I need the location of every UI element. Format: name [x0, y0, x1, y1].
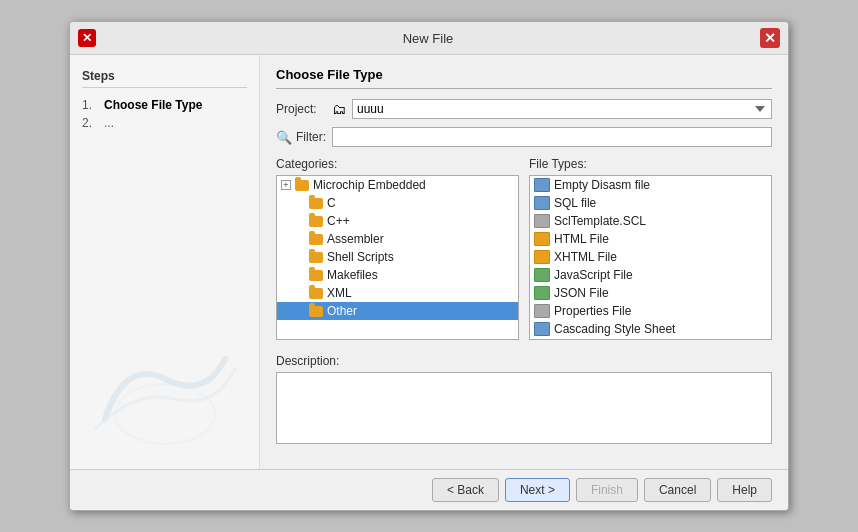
categories-tree[interactable]: +Microchip EmbeddedCC++AssemblerShell Sc… [276, 175, 519, 340]
file-type-icon [534, 322, 550, 336]
category-label: Shell Scripts [327, 250, 394, 264]
close-button[interactable]: ✕ [760, 28, 780, 48]
main-panel: Choose File Type Project: 🗂 uuuu 🔍 Filte… [260, 55, 788, 469]
filetype-item[interactable]: YAML File [530, 338, 771, 340]
filetype-label: HTML File [554, 232, 609, 246]
file-type-icon [534, 268, 550, 282]
folder-icon [295, 180, 309, 191]
filetype-label: XHTML File [554, 250, 617, 264]
categories-box: Categories: +Microchip EmbeddedCC++Assem… [276, 157, 519, 344]
project-label: Project: [276, 102, 326, 116]
category-item[interactable]: Other [277, 302, 518, 320]
file-type-icon [534, 250, 550, 264]
category-label: XML [327, 286, 352, 300]
back-button[interactable]: < Back [432, 478, 499, 502]
title-bar: ✕ New File ✕ [70, 22, 788, 55]
folder-icon [309, 252, 323, 263]
svg-point-0 [115, 384, 215, 444]
watermark-svg [85, 339, 245, 459]
description-label: Description: [276, 354, 772, 368]
title-bar-left: ✕ [78, 29, 96, 47]
folder-icon [309, 306, 323, 317]
category-label: C [327, 196, 336, 210]
category-label: Other [327, 304, 357, 318]
filetype-item[interactable]: JSON File [530, 284, 771, 302]
file-type-icon [534, 196, 550, 210]
folder-icon [309, 288, 323, 299]
description-section: Description: [276, 354, 772, 447]
category-item[interactable]: C++ [277, 212, 518, 230]
filetypes-box: File Types: Empty Disasm fileSQL fileScl… [529, 157, 772, 344]
filter-input[interactable] [332, 127, 772, 147]
project-icon: 🗂 [332, 101, 346, 117]
step-1: 1. Choose File Type [82, 98, 247, 112]
steps-panel: Steps 1. Choose File Type 2. ... [70, 55, 260, 469]
expand-icon: + [281, 180, 291, 190]
category-label: Makefiles [327, 268, 378, 282]
filetype-label: Cascading Style Sheet [554, 322, 675, 336]
filetype-item[interactable]: SclTemplate.SCL [530, 212, 771, 230]
filetype-item[interactable]: HTML File [530, 230, 771, 248]
steps-heading: Steps [82, 69, 247, 88]
project-select[interactable]: uuuu [352, 99, 772, 119]
step-2-label: ... [104, 116, 114, 130]
filetypes-label: File Types: [529, 157, 772, 171]
filetype-label: Empty Disasm file [554, 178, 650, 192]
step-1-number: 1. [82, 98, 100, 112]
search-icon: 🔍 [276, 130, 292, 145]
filetype-item[interactable]: Properties File [530, 302, 771, 320]
new-file-dialog: ✕ New File ✕ Steps 1. Choose File Type 2… [69, 21, 789, 511]
dialog-title: New File [96, 31, 760, 46]
file-type-icon [534, 286, 550, 300]
close-box-icon: ✕ [82, 32, 92, 44]
file-type-icon [534, 304, 550, 318]
folder-icon [309, 198, 323, 209]
step-1-label: Choose File Type [104, 98, 202, 112]
filetype-label: SclTemplate.SCL [554, 214, 646, 228]
filetype-label: JavaScript File [554, 268, 633, 282]
category-label: Microchip Embedded [313, 178, 426, 192]
category-item[interactable]: Shell Scripts [277, 248, 518, 266]
window-close-button[interactable]: ✕ [78, 29, 96, 47]
next-button[interactable]: Next > [505, 478, 570, 502]
filetypes-list[interactable]: Empty Disasm fileSQL fileSclTemplate.SCL… [529, 175, 772, 340]
filetype-item[interactable]: XHTML File [530, 248, 771, 266]
filetype-item[interactable]: JavaScript File [530, 266, 771, 284]
finish-button[interactable]: Finish [576, 478, 638, 502]
project-row: Project: 🗂 uuuu [276, 99, 772, 119]
filetype-label: Properties File [554, 304, 631, 318]
file-type-icon [534, 232, 550, 246]
filetype-item[interactable]: Cascading Style Sheet [530, 320, 771, 338]
steps-watermark [70, 339, 259, 459]
category-item[interactable]: +Microchip Embedded [277, 176, 518, 194]
folder-icon [309, 270, 323, 281]
category-item[interactable]: Assembler [277, 230, 518, 248]
step-2: 2. ... [82, 116, 247, 130]
filter-label: 🔍 Filter: [276, 130, 326, 145]
filter-row: 🔍 Filter: [276, 127, 772, 147]
category-label: C++ [327, 214, 350, 228]
file-type-icon [534, 214, 550, 228]
category-item[interactable]: C [277, 194, 518, 212]
categories-filetypes-area: Categories: +Microchip EmbeddedCC++Assem… [276, 157, 772, 344]
help-button[interactable]: Help [717, 478, 772, 502]
categories-label: Categories: [276, 157, 519, 171]
dialog-body: Steps 1. Choose File Type 2. ... Choose … [70, 55, 788, 469]
step-2-number: 2. [82, 116, 100, 130]
category-item[interactable]: XML [277, 284, 518, 302]
filetype-label: JSON File [554, 286, 609, 300]
file-type-icon [534, 178, 550, 192]
folder-icon [309, 234, 323, 245]
filetype-item[interactable]: SQL file [530, 194, 771, 212]
dialog-footer: < Back Next > Finish Cancel Help [70, 469, 788, 510]
category-label: Assembler [327, 232, 384, 246]
filetype-item[interactable]: Empty Disasm file [530, 176, 771, 194]
folder-icon [309, 216, 323, 227]
cancel-button[interactable]: Cancel [644, 478, 711, 502]
filetype-label: SQL file [554, 196, 596, 210]
section-title: Choose File Type [276, 67, 772, 89]
category-item[interactable]: Makefiles [277, 266, 518, 284]
description-textarea[interactable] [276, 372, 772, 444]
